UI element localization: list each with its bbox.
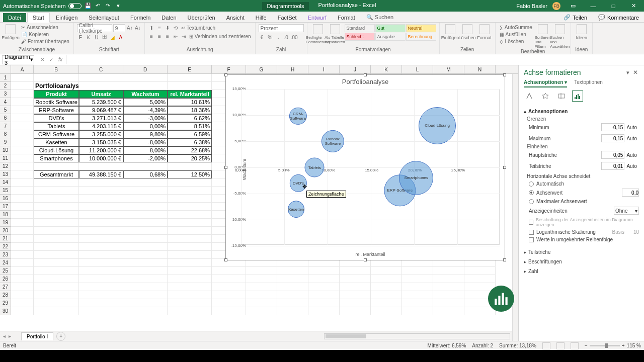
cell[interactable]: Wachstum [123, 90, 168, 98]
cell[interactable] [123, 219, 168, 227]
column-header[interactable]: L [402, 65, 433, 73]
cell[interactable] [79, 195, 123, 203]
cell[interactable] [308, 307, 340, 315]
cell[interactable] [433, 267, 464, 275]
cell[interactable] [34, 275, 79, 283]
radio-maxvalue[interactable]: Maximaler Achsenwert [524, 198, 639, 205]
cell[interactable] [11, 299, 34, 307]
cell[interactable] [433, 275, 464, 283]
sheet-tab-portfolio[interactable]: Portfolio I [21, 332, 53, 340]
cell[interactable] [34, 211, 79, 219]
cell[interactable] [277, 283, 308, 291]
format-painter-button[interactable]: 🖌 Format übertragen [20, 38, 70, 45]
cell[interactable]: Kasetten [34, 138, 79, 146]
cell[interactable] [123, 283, 168, 291]
cell[interactable]: 6,59% [168, 130, 212, 138]
displayunits-select[interactable]: Ohne▾ [614, 207, 639, 215]
cell[interactable] [168, 235, 212, 243]
cell[interactable] [11, 259, 34, 267]
border-icon[interactable]: 田 [101, 34, 108, 41]
cell[interactable] [123, 227, 168, 235]
cell[interactable] [340, 307, 371, 315]
cell[interactable] [246, 275, 277, 283]
cell[interactable] [34, 219, 79, 227]
cell[interactable] [34, 195, 79, 203]
cell[interactable]: 10,61% [168, 98, 212, 106]
cell[interactable] [79, 275, 123, 283]
bubble-point[interactable]: Cloud-Lösung [419, 107, 456, 144]
italic-icon[interactable]: K [85, 34, 92, 41]
formula-input[interactable] [66, 55, 644, 64]
row-header[interactable]: 18 [0, 211, 11, 219]
comma-icon[interactable]: ， [275, 34, 282, 41]
row-header[interactable]: 3 [0, 90, 11, 98]
cell[interactable] [11, 307, 34, 315]
cell[interactable]: Robotik Software [34, 98, 79, 106]
align-right-icon[interactable]: ≡ [164, 33, 171, 40]
table-fmt-button[interactable]: Als Tabelle formatieren [328, 24, 343, 44]
cell[interactable] [168, 251, 212, 259]
pane-options-icon[interactable]: ▾ [625, 68, 630, 76]
major-auto-button[interactable]: Auto [624, 152, 639, 158]
size-props-icon[interactable] [556, 90, 567, 102]
spreadsheet-grid[interactable]: ABCDEFGHIJKLMN 12Portfolioanalyse3Produk… [0, 65, 518, 331]
row-header[interactable]: 8 [0, 130, 11, 138]
cell[interactable] [11, 227, 34, 235]
cell[interactable] [123, 307, 168, 315]
min-auto-button[interactable]: Auto [624, 125, 639, 130]
cell[interactable] [34, 235, 79, 243]
tab-datei[interactable]: Datei [3, 13, 26, 22]
cell[interactable] [212, 299, 246, 307]
row-header[interactable]: 16 [0, 195, 11, 203]
cell[interactable] [277, 299, 308, 307]
cell[interactable]: DVD's [34, 114, 79, 122]
cell[interactable] [168, 299, 212, 307]
row-header[interactable]: 9 [0, 138, 11, 146]
cell[interactable] [433, 291, 464, 299]
tab-factset[interactable]: FactSet [273, 13, 302, 22]
row-header[interactable]: 29 [0, 299, 11, 307]
cell[interactable] [308, 299, 340, 307]
max-auto-button[interactable]: Auto [624, 136, 639, 141]
cell[interactable]: 5.239.500 € [79, 98, 123, 106]
section-number[interactable]: ▸ Zahl [524, 266, 639, 276]
cell[interactable] [340, 291, 371, 299]
cell[interactable] [246, 291, 277, 299]
row-header[interactable]: 20 [0, 227, 11, 235]
redo-icon[interactable]: ↷ [105, 3, 112, 10]
cell[interactable] [168, 227, 212, 235]
cell[interactable] [79, 178, 123, 187]
cell[interactable] [79, 203, 123, 211]
fillcolor-icon[interactable]: ◢ [109, 34, 116, 41]
cell[interactable]: 3.150.035 € [79, 138, 123, 146]
cell[interactable] [340, 275, 371, 283]
cell[interactable]: ERP-Software [34, 106, 79, 114]
cell[interactable] [11, 195, 34, 203]
insert-cells-button[interactable]: Einfügen [443, 24, 458, 40]
align-bottom-icon[interactable]: ⬇ [164, 24, 171, 31]
cell[interactable]: CRM-Software [34, 130, 79, 138]
orientation-icon[interactable]: ⟲ [172, 24, 179, 31]
cell[interactable]: 8,00% [123, 146, 168, 154]
cell[interactable] [123, 203, 168, 211]
fx-icon[interactable]: fx [56, 56, 64, 64]
cell[interactable] [11, 291, 34, 299]
cell[interactable] [123, 275, 168, 283]
cell[interactable] [123, 251, 168, 259]
autosum-button[interactable]: ∑ AutoSumme [499, 24, 533, 31]
cell[interactable]: Umsatz [79, 90, 123, 98]
comments-button[interactable]: 💬 Kommentare [593, 13, 644, 22]
cell[interactable] [34, 178, 79, 187]
number-format-select[interactable]: Prozent [259, 24, 304, 32]
cell[interactable] [11, 74, 34, 82]
cell[interactable] [79, 307, 123, 315]
cell[interactable] [340, 299, 371, 307]
clear-button[interactable]: ◇ Löschen [499, 38, 533, 45]
cell[interactable] [168, 267, 212, 275]
cell[interactable]: Gesamtmarkt [34, 170, 79, 178]
row-header[interactable]: 22 [0, 243, 11, 251]
cell[interactable] [402, 299, 433, 307]
cell[interactable] [168, 82, 212, 90]
bubble-point[interactable]: Tablets [305, 158, 325, 177]
fill-button[interactable]: ▦ Ausfüllen [499, 31, 533, 38]
